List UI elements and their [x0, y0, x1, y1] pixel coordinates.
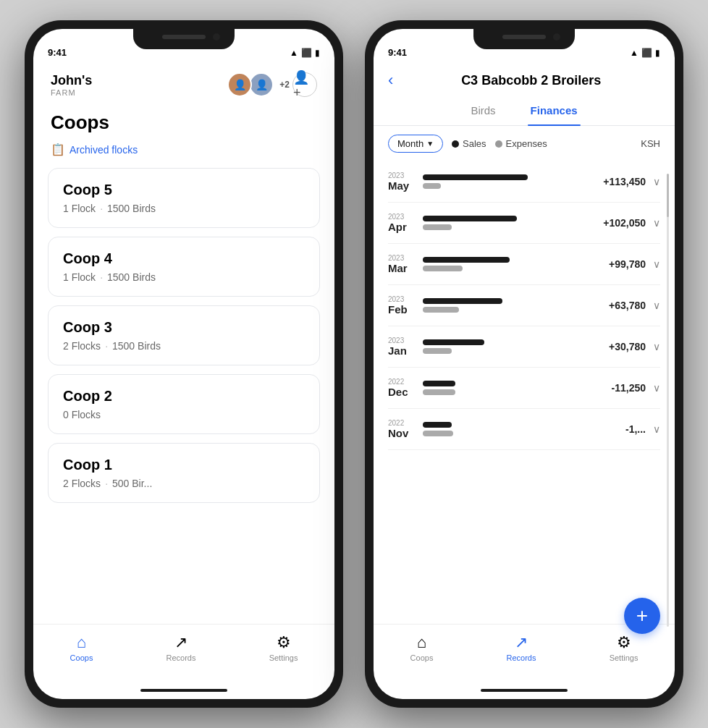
coop-card-3[interactable]: Coop 3 2 Flocks·1500 Birds: [48, 305, 320, 365]
archived-flocks-link[interactable]: 📋 Archived flocks: [33, 143, 334, 168]
amount-may23: +113,450: [603, 176, 646, 187]
month-may23: May: [388, 179, 416, 192]
finance-row-apr23: 2023 Apr +102,050 ∨: [388, 203, 660, 244]
chevron-feb23[interactable]: ∨: [653, 300, 660, 311]
nav-settings-2[interactable]: ⚙ Settings: [610, 633, 639, 662]
tab-finances[interactable]: Finances: [528, 98, 581, 125]
status-time-1: 9:41: [48, 47, 67, 58]
coop-card-1[interactable]: Coop 1 2 Flocks·500 Bir...: [48, 443, 320, 503]
year-apr23: 2023: [388, 213, 416, 221]
amount-feb23: +63,780: [609, 300, 646, 311]
status-time-2: 9:41: [388, 47, 407, 58]
nav-records-1[interactable]: ↗ Records: [167, 633, 196, 662]
screen-title: C3 Babcobb 2 Broilers: [402, 73, 660, 88]
coop-4-name: Coop 4: [63, 250, 305, 267]
signal-icon: ▲: [290, 48, 298, 58]
avatar-group: 👤 👤 +2 👤+: [227, 72, 317, 97]
sales-bar-mar23: [423, 257, 510, 263]
coop-1-name: Coop 1: [63, 457, 305, 473]
chevron-down-icon: ▼: [426, 140, 434, 148]
filter-row: Month ▼ Sales Expenses KSH: [374, 126, 675, 161]
nav-records-2[interactable]: ↗ Records: [507, 633, 536, 662]
amount-mar23: +99,780: [609, 258, 646, 270]
currency-label: KSH: [641, 138, 660, 149]
avatar-count: +2: [279, 80, 290, 90]
coop-3-name: Coop 3: [63, 319, 305, 336]
farm-sub: FARM: [51, 88, 92, 97]
sales-label: Sales: [463, 138, 486, 149]
top-bar-2: ‹ C3 Babcobb 2 Broilers: [374, 61, 675, 96]
chevron-may23[interactable]: ∨: [653, 176, 660, 187]
nav-coops-label-2: Coops: [410, 653, 434, 662]
app-content-1: John's FARM 👤 👤 +2 👤+ Coops: [33, 61, 334, 624]
status-icons-2: ▲ ⬛ ▮: [630, 48, 660, 58]
coop-card-5[interactable]: Coop 5 1 Flock·1500 Birds: [48, 168, 320, 228]
bars-apr23: [423, 216, 596, 230]
wifi-icon: ⬛: [301, 48, 312, 58]
coops-icon-2: ⌂: [417, 633, 426, 652]
bottom-nav-1: ⌂ Coops ↗ Records ⚙ Settings: [33, 624, 334, 682]
expenses-dot: [495, 140, 502, 148]
date-jan23: 2023 Jan: [388, 337, 416, 357]
nav-coops-label-1: Coops: [70, 653, 93, 662]
date-apr23: 2023 Apr: [388, 213, 416, 233]
nav-settings-label-1: Settings: [269, 653, 298, 662]
avatar-1[interactable]: 👤: [227, 72, 252, 97]
finance-row-dec22: 2022 Dec -11,250 ∨: [388, 368, 660, 409]
month-mar23: Mar: [388, 262, 416, 274]
add-fab-icon: +: [636, 606, 648, 626]
sales-dot: [452, 140, 459, 148]
chevron-mar23[interactable]: ∨: [653, 258, 660, 270]
chevron-jan23[interactable]: ∨: [653, 341, 660, 352]
archived-label: Archived flocks: [69, 144, 138, 156]
avatar-2[interactable]: 👤: [249, 72, 274, 97]
bars-may23: [423, 174, 596, 189]
legend-sales: Sales: [452, 138, 486, 149]
bars-mar23: [423, 257, 602, 271]
expenses-bar-may23: [423, 183, 441, 189]
expenses-label: Expenses: [506, 138, 547, 149]
coops-title: Coops: [33, 106, 334, 143]
farm-name: John's: [51, 73, 92, 88]
expenses-bar-jan23: [423, 348, 452, 354]
finance-list: 2023 May +113,450 ∨ 2023: [374, 161, 675, 450]
tab-birds[interactable]: Birds: [468, 98, 498, 125]
chevron-apr23[interactable]: ∨: [653, 217, 660, 229]
amount-jan23: +30,780: [609, 341, 646, 352]
settings-icon-2: ⚙: [617, 633, 631, 652]
add-fab-button[interactable]: +: [624, 598, 660, 634]
home-bar-2: [481, 689, 568, 692]
scroll-strip[interactable]: [667, 174, 669, 627]
nav-coops-2[interactable]: ⌂ Coops: [410, 633, 434, 662]
nav-records-label-2: Records: [507, 653, 536, 662]
nav-settings-1[interactable]: ⚙ Settings: [269, 633, 298, 662]
date-dec22: 2022 Dec: [388, 378, 416, 398]
expenses-bar-feb23: [423, 307, 459, 313]
coop-5-sub: 1 Flock·1500 Birds: [63, 203, 305, 214]
records-icon-2: ↗: [515, 633, 528, 652]
month-jan23: Jan: [388, 344, 416, 357]
sales-bar-jan23: [423, 339, 484, 345]
finance-row-feb23: 2023 Feb +63,780 ∨: [388, 285, 660, 326]
coop-card-2[interactable]: Coop 2 0 Flocks: [48, 374, 320, 434]
farm-info: John's FARM: [51, 73, 92, 97]
year-mar23: 2023: [388, 254, 416, 262]
records-icon-1: ↗: [174, 633, 187, 652]
back-button[interactable]: ‹: [388, 71, 393, 90]
month-selector[interactable]: Month ▼: [388, 135, 443, 153]
sales-bar-may23: [423, 174, 528, 180]
add-user-button[interactable]: 👤+: [292, 72, 317, 97]
sales-bar-dec22: [423, 381, 455, 386]
date-feb23: 2023 Feb: [388, 295, 416, 316]
expenses-bar-dec22: [423, 389, 455, 395]
bars-dec22: [423, 381, 604, 395]
home-indicator-1: [33, 682, 334, 699]
coops-icon-1: ⌂: [77, 633, 86, 652]
coop-2-sub: 0 Flocks: [63, 409, 305, 420]
finance-row-may23: 2023 May +113,450 ∨: [388, 161, 660, 203]
chevron-dec22[interactable]: ∨: [653, 382, 660, 394]
chevron-nov22[interactable]: ∨: [653, 423, 660, 435]
month-nov22: Nov: [388, 427, 416, 439]
coop-card-4[interactable]: Coop 4 1 Flock·1500 Birds: [48, 237, 320, 297]
nav-coops-1[interactable]: ⌂ Coops: [70, 633, 93, 662]
